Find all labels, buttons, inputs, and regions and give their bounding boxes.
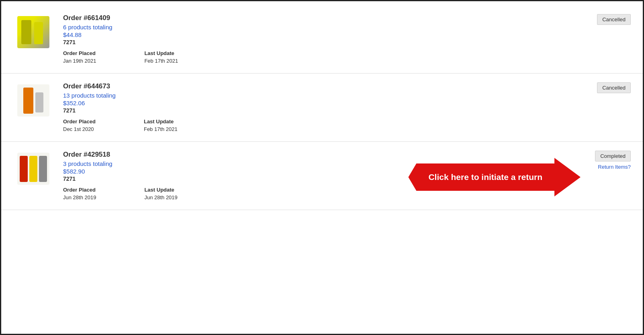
arrow-head-icon [554,158,581,196]
status-badge: Cancelled [597,82,631,93]
products-link[interactable]: 13 products totaling [63,92,579,99]
order-number: Order #429518 [63,151,579,159]
return-items-link[interactable]: Return Items? [598,164,631,170]
order-number: Order #661409 [63,14,579,22]
order-product-image [13,14,53,50]
order-item: Order #429518 3 products totaling $582.9… [1,142,643,210]
last-update-value: Feb 17th 2021 [144,58,178,64]
order-placed-label: Order Placed [63,187,96,193]
order-status-area: Cancelled [579,14,631,27]
order-product-image [13,151,53,187]
products-link[interactable]: 6 products totaling [63,24,579,31]
order-number: Order #644673 [63,82,579,90]
last-update-block: Last Update Jun 28th 2019 [144,187,177,201]
last-update-block: Last Update Feb 17th 2021 [144,118,178,133]
order-details: Order #644673 13 products totaling $352.… [63,82,579,133]
order-placed-value: Dec 1st 2020 [63,126,94,132]
order-status-area: Cancelled [579,82,631,96]
status-badge: Cancelled [597,14,631,25]
annotation-text: Click here to initiate a return [408,163,554,191]
status-badge: Completed [595,151,631,161]
order-product-image [13,82,53,118]
order-placed-block: Order Placed Dec 1st 2020 [63,118,96,133]
order-total: $352.06 [63,100,579,106]
order-meta: Order Placed Dec 1st 2020 Last Update Fe… [63,118,579,133]
order-placed-block: Order Placed Jan 19th 2021 [63,50,96,64]
return-annotation-arrow: Click here to initiate a return [408,158,581,196]
order-customer-id: 7271 [63,107,579,114]
order-placed-value: Jun 28th 2019 [63,194,96,200]
last-update-value: Feb 17th 2021 [144,126,178,132]
last-update-block: Last Update Feb 17th 2021 [144,50,178,64]
order-details: Order #661409 6 products totaling $44.88… [63,14,579,64]
order-item: Order #661409 6 products totaling $44.88… [1,5,643,74]
order-list: Order #661409 6 products totaling $44.88… [1,5,643,210]
order-meta: Order Placed Jan 19th 2021 Last Update F… [63,50,579,64]
order-placed-value: Jan 19th 2021 [63,58,96,64]
order-item: Order #644673 13 products totaling $352.… [1,74,643,142]
last-update-label: Last Update [144,118,178,125]
last-update-value: Jun 28th 2019 [144,194,177,200]
order-total: $44.88 [63,31,579,38]
order-placed-block: Order Placed Jun 28th 2019 [63,187,96,201]
order-placed-label: Order Placed [63,50,96,56]
order-customer-id: 7271 [63,39,579,45]
last-update-label: Last Update [144,187,177,193]
order-status-area: Completed Return Items? [579,151,631,170]
last-update-label: Last Update [144,50,178,56]
order-placed-label: Order Placed [63,118,96,125]
